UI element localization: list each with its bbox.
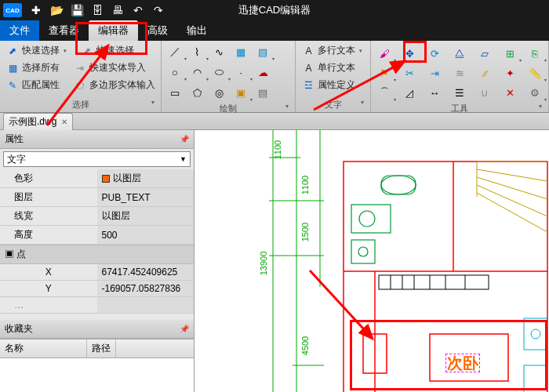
- array-icon[interactable]: ⊞▾: [501, 45, 518, 62]
- group-select-label: 选择: [5, 97, 156, 112]
- hatch-icon[interactable]: ▦: [232, 43, 249, 60]
- polygon-icon: ⬠: [74, 79, 86, 92]
- property-grid[interactable]: 色彩以图层 图层PUB_TEXT 线宽以图层 高度500 ▣ 点 X67417.…: [0, 169, 194, 314]
- group-text-label: 文字: [300, 97, 365, 112]
- group-draw-label: 绘制: [166, 101, 290, 116]
- polygon-tool-icon[interactable]: ⬠: [188, 84, 205, 101]
- save-icon[interactable]: 💾: [69, 2, 85, 18]
- polygon-input-button[interactable]: ⬠多边形实体输入: [72, 78, 157, 93]
- saveas-icon[interactable]: 🗄: [89, 2, 105, 18]
- svg-rect-10: [351, 240, 375, 263]
- ellipse-icon[interactable]: ⬭▾: [210, 64, 227, 81]
- scale-icon[interactable]: ▱: [476, 45, 493, 62]
- drawing-canvas[interactable]: 1100 1100 1500 13900 4500 次卧: [195, 130, 549, 392]
- color-swatch: [102, 175, 110, 183]
- match-icon: ✎: [6, 79, 19, 92]
- line-icon[interactable]: ／▾: [166, 43, 184, 60]
- entity-import-button[interactable]: ⇥快速实体导入: [72, 60, 147, 75]
- chamfer-icon[interactable]: ◿: [401, 84, 418, 101]
- polyline-icon[interactable]: ⌇▾: [188, 43, 205, 60]
- svg-text:4500: 4500: [300, 336, 310, 355]
- svg-line-14: [477, 177, 547, 199]
- select-all-button[interactable]: ▦选择所有: [5, 60, 61, 75]
- explode-icon[interactable]: ✦: [501, 64, 518, 82]
- attr-icon: ☲: [302, 79, 314, 92]
- trim-icon[interactable]: ✂: [401, 64, 418, 82]
- undo-icon[interactable]: ↶: [130, 2, 146, 18]
- svg-text:1500: 1500: [300, 223, 310, 241]
- favorites-panel-header: 收藏夹📌: [0, 320, 194, 339]
- fillet-icon[interactable]: ⌒▾: [376, 84, 393, 101]
- prop-category-point[interactable]: ▣ 点: [0, 245, 194, 264]
- offset-icon[interactable]: ⫽: [476, 64, 493, 82]
- highlight-icon[interactable]: ⚑▾: [376, 64, 393, 82]
- svg-line-13: [477, 169, 547, 181]
- cloud-icon[interactable]: ☁: [254, 64, 271, 81]
- svg-line-16: [477, 193, 547, 232]
- favorites-list[interactable]: 名称 路径: [0, 339, 194, 392]
- circle-icon[interactable]: ○▾: [166, 64, 184, 81]
- print-icon[interactable]: 🖶: [110, 2, 125, 18]
- donut-icon[interactable]: ◎: [210, 84, 227, 101]
- properties-panel-header: 属性📌: [0, 130, 194, 149]
- measure-icon[interactable]: 📏▾: [526, 64, 544, 82]
- copy-tool-icon[interactable]: ⎘▾: [526, 45, 544, 62]
- quick-select-sub-button[interactable]: ⬈快速选择: [79, 43, 136, 58]
- redo-icon[interactable]: ↷: [151, 2, 166, 18]
- move-icon[interactable]: ✥: [401, 45, 418, 62]
- arc-icon[interactable]: ◠▾: [188, 64, 205, 81]
- tab-viewer[interactable]: 查看器: [39, 20, 89, 41]
- svg-point-27: [531, 329, 540, 339]
- open-icon[interactable]: 📂: [49, 2, 64, 18]
- svg-point-9: [359, 211, 375, 227]
- pin-icon[interactable]: 📌: [180, 325, 189, 333]
- document-tab[interactable]: 示例图.dwg ✕: [3, 113, 73, 130]
- tab-file[interactable]: 文件: [0, 20, 39, 41]
- cursor-icon: ⬈: [6, 45, 19, 57]
- attr-def-button[interactable]: ☲属性定义: [300, 78, 365, 93]
- import-icon: ⇥: [74, 62, 86, 74]
- align-icon[interactable]: ☰: [451, 84, 468, 101]
- break-icon[interactable]: ≋: [451, 64, 468, 82]
- entity-type-combo[interactable]: 文字▼: [3, 151, 191, 167]
- rect-icon[interactable]: ▭: [166, 84, 184, 101]
- quick-select-button[interactable]: ⬈快速选择▾: [5, 43, 68, 58]
- cursor-icon: ⬈: [81, 45, 93, 57]
- extend-icon[interactable]: ⇥: [426, 64, 443, 82]
- paint-icon[interactable]: 🖌▾: [376, 45, 393, 62]
- svg-rect-26: [524, 365, 547, 392]
- erase-icon[interactable]: ✕: [501, 84, 518, 101]
- insert-icon[interactable]: ▤: [254, 84, 271, 101]
- mtext-icon: A: [302, 45, 314, 57]
- mtext-button[interactable]: A多行文本▾: [300, 43, 365, 58]
- svg-rect-8: [351, 205, 391, 233]
- svg-point-11: [358, 247, 368, 256]
- stext-button[interactable]: A单行文本: [300, 60, 365, 75]
- region-icon[interactable]: ▧▾: [254, 43, 271, 60]
- close-doc-icon[interactable]: ✕: [61, 118, 67, 126]
- properties-icon[interactable]: ⚙▾: [526, 84, 544, 101]
- svg-rect-25: [524, 318, 547, 350]
- spline-icon[interactable]: ∿: [210, 43, 227, 60]
- point-icon[interactable]: ·▾: [232, 64, 249, 81]
- app-title: 迅捷CAD编辑器: [238, 3, 311, 17]
- rotate-icon[interactable]: ⟳: [426, 45, 443, 62]
- tab-output[interactable]: 输出: [177, 20, 216, 41]
- select-all-icon: ▦: [6, 62, 19, 74]
- block-icon[interactable]: ▣▾: [232, 84, 249, 101]
- svg-rect-18: [379, 275, 489, 289]
- mirror-icon[interactable]: ⧋: [451, 45, 468, 62]
- stext-icon: A: [302, 62, 314, 74]
- app-logo: CAD: [3, 3, 22, 17]
- stretch-icon[interactable]: ↔: [426, 84, 443, 101]
- new-icon[interactable]: ✚: [28, 2, 44, 18]
- join-icon[interactable]: ∪: [476, 84, 493, 101]
- room-label: 次卧: [445, 353, 480, 374]
- tab-editor[interactable]: 编辑器: [89, 20, 138, 41]
- match-props-button[interactable]: ✎匹配属性: [5, 78, 61, 93]
- svg-text:13900: 13900: [259, 252, 268, 276]
- svg-line-15: [477, 185, 547, 216]
- tab-advanced[interactable]: 高级: [138, 20, 177, 41]
- pin-icon[interactable]: 📌: [180, 135, 189, 143]
- group-tools-label: 工具: [376, 101, 544, 116]
